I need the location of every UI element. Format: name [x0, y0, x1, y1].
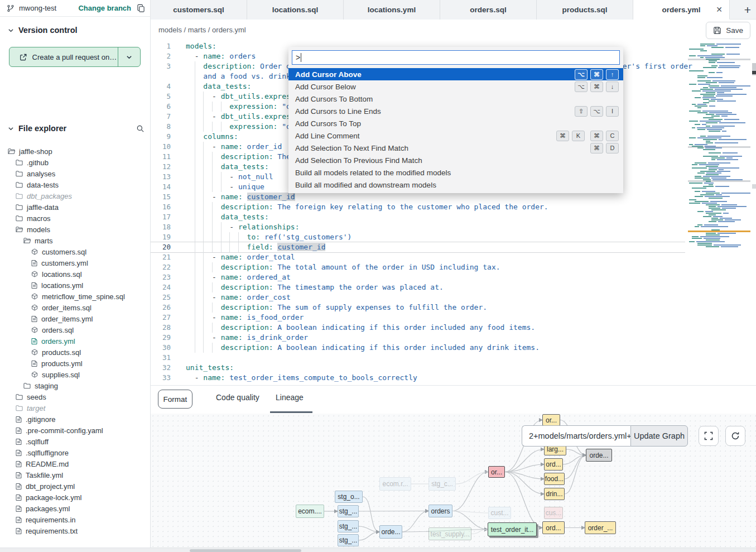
- close-icon[interactable]: ✕: [716, 5, 723, 14]
- refresh-button[interactable]: [725, 426, 745, 446]
- command-item-add-selection-to-previous-find-match[interactable]: Add Selection To Previous Find Match: [288, 154, 623, 166]
- tree-item-readme-md[interactable]: README.md: [0, 458, 151, 469]
- code-editor[interactable]: 1models:2 - name: orders3 description: O…: [151, 40, 756, 385]
- tree-item-packages-yml[interactable]: packages.yml: [0, 503, 151, 514]
- lineage-node-stg-[interactable]: stg_...: [338, 520, 359, 532]
- editor-minimap[interactable]: [688, 42, 750, 250]
- minimap-line: [692, 238, 702, 239]
- tree-item-requirements-txt[interactable]: requirements.txt: [0, 525, 151, 536]
- fullscreen-button[interactable]: [699, 426, 719, 446]
- command-palette-input[interactable]: >: [292, 50, 620, 65]
- tree-item-dbt-packages[interactable]: dbt_packages: [0, 190, 151, 201]
- tree-item-customers-sql[interactable]: customers.sql: [0, 246, 151, 257]
- tree-item-models[interactable]: models: [0, 224, 151, 235]
- command-item-build-all-models-related-to-the-modified-models[interactable]: Build all models related to the modified…: [288, 166, 623, 179]
- lineage-node-stg-[interactable]: stg_...: [338, 534, 359, 546]
- tree-item--pre-commit-config-yaml[interactable]: .pre-commit-config.yaml: [0, 425, 151, 436]
- tab-products-sql[interactable]: products.sql: [537, 0, 633, 20]
- save-button[interactable]: Save: [706, 22, 750, 39]
- bottom-scrollbar-track[interactable]: [0, 548, 756, 552]
- tree-item-target[interactable]: target: [0, 402, 151, 414]
- tree-item-staging[interactable]: staging: [0, 380, 151, 391]
- tree-item-taskfile-yml[interactable]: Taskfile.yml: [0, 469, 151, 481]
- tree-item-analyses[interactable]: analyses: [0, 168, 151, 179]
- copy-icon[interactable]: [137, 4, 145, 12]
- lineage-node-orde-[interactable]: orde...: [586, 449, 612, 462]
- lineage-node-test-order-it-[interactable]: test_order_it...: [488, 522, 537, 536]
- create-pull-request-button[interactable]: Create a pull request on Git...: [9, 47, 141, 67]
- lineage-node-stg-o-[interactable]: stg_o...: [335, 491, 363, 503]
- tree-item-products-yml[interactable]: products.yml: [0, 358, 151, 369]
- command-item-add-line-comment[interactable]: Add Line Comment⌘K⌘C: [288, 129, 623, 142]
- tab-locations-yml[interactable]: locations.yml: [344, 0, 440, 20]
- lineage-canvas[interactable]: or...larg...ord...food...drin...orde...o…: [151, 414, 756, 548]
- lineage-node-ord-[interactable]: ord...: [542, 521, 565, 534]
- lineage-node-orde-[interactable]: orde...: [379, 525, 402, 539]
- version-control-header[interactable]: Version control: [8, 26, 142, 35]
- lineage-node-or-[interactable]: or...: [488, 466, 505, 478]
- tree-item-macros[interactable]: macros: [0, 213, 151, 224]
- tree-item-orders-sql[interactable]: orders.sql: [0, 324, 151, 335]
- tree-item-dbt-project-yml[interactable]: dbt_project.yml: [0, 481, 151, 492]
- lineage-filter-input[interactable]: [522, 425, 630, 447]
- tab-locations-sql[interactable]: locations.sql: [247, 0, 344, 20]
- command-item-add-selection-to-next-find-match[interactable]: Add Selection To Next Find Match⌘D: [288, 142, 623, 154]
- tree-item-jaffle-shop[interactable]: jaffle-shop: [0, 146, 151, 157]
- lineage-node-ecom-[interactable]: ecom....: [296, 505, 324, 518]
- lineage-node-orders[interactable]: orders: [428, 505, 452, 517]
- tree-item--github[interactable]: .github: [0, 157, 151, 168]
- tree-item-metricflow-time-spine-sql[interactable]: metricflow_time_spine.sql: [0, 291, 151, 302]
- tree-item-marts[interactable]: marts: [0, 235, 151, 246]
- create-pull-request-main[interactable]: Create a pull request on Git...: [9, 53, 118, 61]
- lineage-node-stg-c-[interactable]: stg_c...: [428, 477, 456, 491]
- tab-customers-sql[interactable]: customers.sql: [151, 0, 247, 20]
- lineage-edge: [359, 511, 428, 512]
- tree-item--sqlfluffignore[interactable]: .sqlfluffignore: [0, 447, 151, 458]
- command-item-add-cursors-to-top[interactable]: Add Cursors To Top: [288, 117, 623, 129]
- lineage-node-stg-[interactable]: stg_...: [338, 505, 359, 517]
- lineage-node-drin-[interactable]: drin...: [544, 488, 565, 500]
- tree-item-requirements-in[interactable]: requirements.in: [0, 514, 151, 525]
- search-icon[interactable]: [136, 124, 145, 133]
- tree-item-customers-yml[interactable]: customers.yml: [0, 257, 151, 268]
- lineage-node-ord-[interactable]: ord...: [544, 458, 563, 471]
- change-branch-link[interactable]: Change branch: [78, 4, 131, 12]
- tree-item-package-lock-yml[interactable]: package-lock.yml: [0, 492, 151, 503]
- tree-item-seeds[interactable]: seeds: [0, 391, 151, 402]
- update-graph-button[interactable]: Update Graph: [630, 425, 688, 447]
- tab-lineage[interactable]: Lineage: [276, 393, 304, 402]
- command-item-add-cursor-below[interactable]: Add Cursor Below⌥⌘↓: [288, 80, 623, 93]
- tab-code-quality[interactable]: Code quality: [216, 393, 259, 402]
- tree-item-data-tests[interactable]: data-tests: [0, 179, 151, 190]
- tab-orders-sql[interactable]: orders.sql: [440, 0, 537, 20]
- bottom-scrollbar-thumb[interactable]: [190, 549, 301, 552]
- lineage-node-cust-[interactable]: cust...: [488, 507, 511, 519]
- lineage-node-ecom-r-[interactable]: ecom.r...: [379, 477, 411, 491]
- command-item-build-all-modified-and-downstream-models[interactable]: Build all modified and downstream models: [288, 179, 623, 191]
- editor-scrollbar[interactable]: [752, 40, 756, 385]
- new-tab-button[interactable]: +: [740, 2, 755, 18]
- pr-button-dropdown[interactable]: [118, 47, 140, 66]
- lineage-node-test-supply-[interactable]: test_supply...: [428, 527, 471, 540]
- tree-item-supplies-sql[interactable]: supplies.sql: [0, 369, 151, 380]
- lineage-node-order-[interactable]: order_...: [585, 521, 616, 534]
- file-explorer-header[interactable]: File explorer: [8, 124, 145, 133]
- tree-item-products-sql[interactable]: products.sql: [0, 347, 151, 358]
- tree-item-orders-yml[interactable]: orders.yml: [0, 335, 151, 347]
- lineage-node-cus-[interactable]: cus...: [544, 507, 563, 519]
- tab-orders-yml[interactable]: orders.yml✕: [633, 0, 730, 20]
- command-item-add-cursors-to-line-ends[interactable]: Add Cursors to Line Ends⇧⌥I: [288, 105, 623, 117]
- command-item-add-cursor-above[interactable]: Add Cursor Above⌥⌘↑: [288, 68, 623, 80]
- tree-item--sqlfluff[interactable]: .sqlfluff: [0, 436, 151, 447]
- tree-item-order-items-yml[interactable]: order_items.yml: [0, 313, 151, 324]
- lineage-node-food-[interactable]: food...: [544, 473, 565, 485]
- lineage-node-or-[interactable]: or...: [542, 414, 560, 426]
- format-button[interactable]: Format: [158, 390, 192, 409]
- tree-item-locations-yml[interactable]: locations.yml: [0, 280, 151, 291]
- tree-item-order-items-sql[interactable]: order_items.sql: [0, 302, 151, 313]
- command-item-add-cursors-to-bottom[interactable]: Add Cursors To Bottom: [288, 93, 623, 105]
- minimap-line: [711, 218, 718, 219]
- tree-item-locations-sql[interactable]: locations.sql: [0, 268, 151, 280]
- tree-item--gitignore[interactable]: .gitignore: [0, 414, 151, 425]
- tree-item-jaffle-data[interactable]: jaffle-data: [0, 201, 151, 213]
